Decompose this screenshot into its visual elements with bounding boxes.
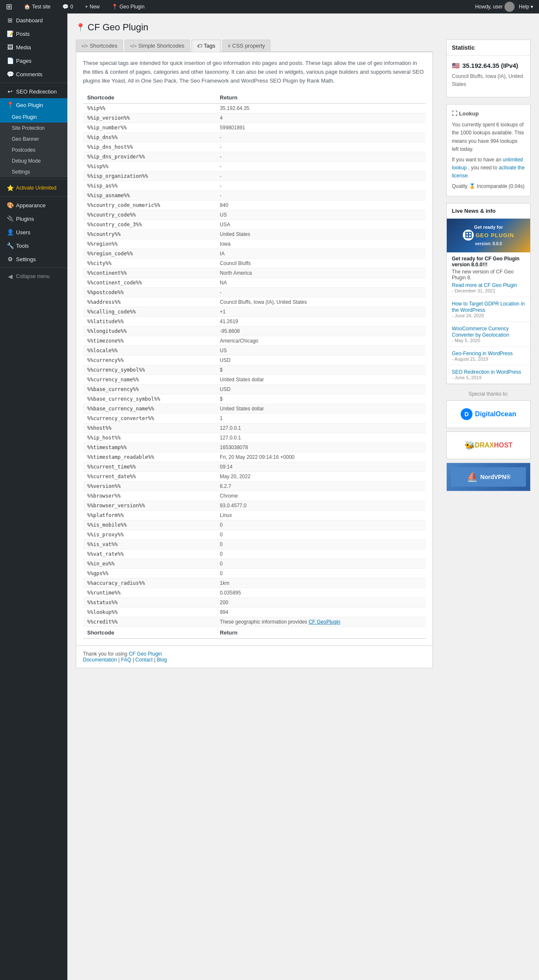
sidebar-item-activate-unlimited[interactable]: ⭐ Activate Unlimited <box>0 181 67 195</box>
shortcode-cell: %%locale%% <box>83 346 216 356</box>
return-cell: USD <box>216 385 426 394</box>
nordvpn-text: NordVPN® <box>480 474 511 480</box>
table-row: %%host%%127.0.0.1 <box>83 423 426 433</box>
col-header-return: Return <box>216 92 426 104</box>
adminbar-site-name[interactable]: 🏠 Test site <box>21 0 53 13</box>
comments-icon: 💬 <box>62 4 69 10</box>
featured-news-date: - December 31, 2021 <box>452 288 525 293</box>
adminbar-comments[interactable]: 💬 0 <box>60 0 76 13</box>
admin-sidebar: ⊞ Dashboard 📝 Posts 🖼 Media 📄 Pages 💬 Co… <box>0 13 67 980</box>
adminbar-help[interactable]: Help ▾ <box>516 0 536 13</box>
user-avatar[interactable] <box>504 2 515 12</box>
news-item-link[interactable]: SEO Redirection in WordPress <box>452 369 521 375</box>
news-item: WooCommerce Currency Converter by Geoloc… <box>447 322 530 347</box>
sidebar-item-seo[interactable]: ↩ SEO Redirection <box>0 85 67 98</box>
adminbar-geo-plugin[interactable]: 📍 Geo Plugin <box>109 0 147 13</box>
return-cell: 840 <box>216 201 426 210</box>
shortcode-cell: %%base_currency%% <box>83 385 216 394</box>
table-row: %%address%%Council Bluffs, Iowa (IA), Un… <box>83 297 426 307</box>
table-row: %%currency%%USD <box>83 356 426 365</box>
plugins-icon: 🔌 <box>7 215 13 222</box>
page-title: 📍 CF Geo Plugin <box>76 22 531 33</box>
news-item-link[interactable]: How to Target GDPR Location in the WordP… <box>452 301 525 313</box>
return-cell: - <box>216 162 426 171</box>
shortcode-cell: %%currency%% <box>83 356 216 365</box>
shortcode-cell: %%ip_dns%% <box>83 133 216 142</box>
sidebar-item-geo-plugin[interactable]: 📍 Geo Plugin <box>0 98 67 112</box>
sidebar-submenu-label-postcodes: Postcodes <box>12 147 35 153</box>
return-cell: 599801891 <box>216 123 426 133</box>
cfgeoplugin-link[interactable]: CF GeoPlugin <box>309 619 340 625</box>
sidebar-item-plugins[interactable]: 🔌 Plugins <box>0 212 67 225</box>
news-item-date: - August 21, 2019 <box>452 356 525 361</box>
table-row: %%timestamp%%1653038078 <box>83 443 426 453</box>
table-row: %%isp%%- <box>83 162 426 171</box>
table-row: %%ip_dns_host%%- <box>83 142 426 152</box>
shortcode-cell: %%longitude%% <box>83 327 216 336</box>
shortcode-cell: %%ip_dns_host%% <box>83 142 216 152</box>
return-cell: 127.0.0.1 <box>216 433 426 443</box>
menu-separator-2 <box>0 179 67 179</box>
shortcode-cell: %%gps%% <box>83 569 216 578</box>
shortcode-cell: %%city%% <box>83 259 216 268</box>
table-row: %%accuracy_radius%%1km <box>83 578 426 588</box>
sidebar-item-dashboard[interactable]: ⊞ Dashboard <box>0 13 67 27</box>
sidebar-item-comments[interactable]: 💬 Comments <box>0 67 67 81</box>
sidebar-item-users[interactable]: 👤 Users <box>0 225 67 239</box>
footer-contact-link[interactable]: Contact <box>135 657 152 663</box>
tab-css-property[interactable]: # CSS property <box>222 40 270 51</box>
featured-news-item: Get ready for CF Geo Plugin version 8.0.… <box>447 252 530 297</box>
return-cell: - <box>216 152 426 162</box>
shortcode-cell: %%country_code_numeric%% <box>83 201 216 210</box>
shortcode-cell: %%ip%% <box>83 104 216 113</box>
sidebar-item-collapse[interactable]: ◀ Collapse menu <box>0 270 67 283</box>
news-item-link[interactable]: WooCommerce Currency Converter by Geoloc… <box>452 326 509 338</box>
table-row: %%current_time%%09:14 <box>83 462 426 472</box>
sidebar-label-plugins: Plugins <box>16 216 34 222</box>
return-cell: United States <box>216 230 426 239</box>
tab-tags[interactable]: 🏷 Tags <box>192 40 221 52</box>
shortcode-cell: %%base_currency_symbol%% <box>83 394 216 404</box>
return-cell: 09:14 <box>216 462 426 472</box>
sidebar-item-pages[interactable]: 📄 Pages <box>0 54 67 67</box>
live-news-title: Live News & info <box>447 203 530 219</box>
table-row: %%currency_symbol%%$ <box>83 365 426 375</box>
sidebar-submenu-geo-banner[interactable]: Geo Banner <box>0 134 67 145</box>
footer-documentation-link[interactable]: Documentation <box>83 657 117 663</box>
news-item-link[interactable]: Geo-Fencing in WordPress <box>452 351 513 356</box>
sidebar-item-posts[interactable]: 📝 Posts <box>0 27 67 40</box>
sidebar-submenu-label-settings: Settings <box>12 169 30 175</box>
sidebar-submenu-postcodes[interactable]: Postcodes <box>0 145 67 155</box>
sidebar-item-appearance[interactable]: 🎨 Appearance <box>0 198 67 212</box>
col-footer-shortcode: Shortcode <box>83 627 216 639</box>
table-row: %%lookup%%994 <box>83 608 426 617</box>
sidebar-submenu-geo-plugin[interactable]: Geo Plugin <box>0 112 67 123</box>
sidebar-item-tools[interactable]: 🔧 Tools <box>0 239 67 252</box>
footer-faq-link[interactable]: FAQ <box>121 657 131 663</box>
logo-wp-geo: ⊞ GEO PLUGIN <box>463 230 514 241</box>
tab-shortcodes-label: Shortcodes <box>90 43 117 49</box>
adminbar-wp-logo[interactable]: ⊞ <box>3 0 15 13</box>
shortcode-cell: %%continent_code%% <box>83 278 216 288</box>
sidebar-item-media[interactable]: 🖼 Media <box>0 40 67 54</box>
sidebar-item-settings[interactable]: ⚙ Settings <box>0 252 67 266</box>
shortcode-cell: %%host%% <box>83 423 216 433</box>
sidebar-label-media: Media <box>16 44 31 51</box>
tab-shortcodes[interactable]: </> Shortcodes <box>76 40 123 51</box>
sidebar-submenu-site-protection[interactable]: Site Protection <box>0 123 67 134</box>
menu-separator-1 <box>0 83 67 83</box>
dashboard-icon: ⊞ <box>7 17 13 24</box>
sidebar-submenu-debug-mode[interactable]: Debug Mode <box>0 155 67 166</box>
sidebar-label-comments: Comments <box>16 71 43 78</box>
return-cell: Council Bluffs, Iowa (IA), United States <box>216 297 426 307</box>
return-cell: -95.8608 <box>216 327 426 336</box>
geo-plugin-icon: 📍 <box>112 4 118 10</box>
tab-simple-shortcodes[interactable]: </> Simple Shortcodes <box>125 40 190 51</box>
admin-bar: ⊞ 🏠 Test site 💬 0 + New 📍 Geo Plugin How… <box>0 0 539 13</box>
footer-plugin-link[interactable]: CF Geo Plugin <box>129 651 162 657</box>
sidebar-submenu-settings[interactable]: Settings <box>0 166 67 177</box>
adminbar-new[interactable]: + New <box>83 0 102 13</box>
featured-news-link[interactable]: Read more at CF Geo Plugin <box>452 282 517 288</box>
footer-blog-link[interactable]: Blog <box>157 657 167 663</box>
table-row: %%version%%8.2.7 <box>83 482 426 491</box>
